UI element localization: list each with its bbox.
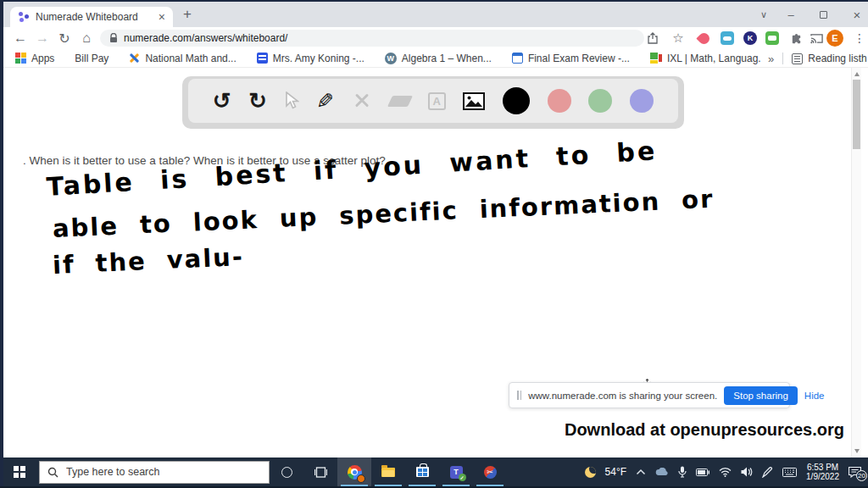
extension-icon-pink[interactable] xyxy=(696,30,711,46)
touch-keyboard-icon[interactable] xyxy=(782,468,797,477)
eraser-tool-button[interactable] xyxy=(390,96,410,107)
extension-icon-k[interactable]: K xyxy=(743,31,757,45)
ixl-favicon xyxy=(650,53,662,64)
lock-icon xyxy=(109,33,118,43)
bookmark-national-math[interactable]: National Math and... xyxy=(129,53,236,64)
reload-button[interactable]: ↻ xyxy=(54,27,75,49)
bookmark-bill-pay[interactable]: Bill Pay xyxy=(75,53,108,64)
battery-icon[interactable] xyxy=(696,469,709,476)
vertical-scrollbar[interactable] xyxy=(851,68,861,458)
window-restore-button[interactable] xyxy=(810,2,836,27)
bookmark-algebra[interactable]: W Algebra 1 – When... xyxy=(385,53,492,64)
forward-button[interactable]: → xyxy=(32,27,53,49)
back-button[interactable]: ← xyxy=(10,27,31,49)
extension-icon-robot[interactable] xyxy=(765,31,779,45)
clock-date: 1/9/2022 xyxy=(806,472,839,482)
final-exam-favicon xyxy=(512,53,523,64)
image-icon xyxy=(465,95,482,107)
cortana-button[interactable] xyxy=(270,458,303,486)
pen-icon[interactable] xyxy=(762,467,773,478)
action-center-button[interactable]: 20 xyxy=(849,467,861,478)
taskbar-app-snip[interactable]: ✂ xyxy=(473,458,507,486)
bookmark-amy-koning[interactable]: Mrs. Amy Koning -... xyxy=(257,53,364,64)
color-swatch-green[interactable] xyxy=(588,89,612,113)
notification-count-badge: 20 xyxy=(856,470,867,481)
reading-list-button[interactable]: Reading list xyxy=(792,53,861,64)
start-button[interactable] xyxy=(0,458,39,486)
window-close-button[interactable]: × xyxy=(844,2,868,27)
bookmark-apps[interactable]: Apps xyxy=(15,53,54,64)
taskbar-app-teams[interactable]: T xyxy=(439,458,473,486)
hide-link[interactable]: Hide xyxy=(804,391,825,401)
koning-favicon xyxy=(257,53,268,64)
undo-button[interactable]: ↺ xyxy=(213,90,231,112)
extension-icon-cloud[interactable] xyxy=(721,31,734,45)
bookmark-star-icon[interactable]: ☆ xyxy=(668,27,688,49)
browser-menu-icon[interactable]: ⋮ xyxy=(849,27,868,49)
color-swatch-black[interactable] xyxy=(503,87,530,114)
color-swatch-purple[interactable] xyxy=(630,89,654,113)
hidden-icons-chevron[interactable] xyxy=(636,469,646,475)
download-footer-text: Download at openupresources.org xyxy=(565,420,844,440)
bookmark-final-exam[interactable]: Final Exam Review -... xyxy=(512,53,630,64)
screen: Numerade Whiteboard × + ∨ – × ← → ↻ ⌂ nu… xyxy=(0,0,868,488)
tab-search-chevron-icon[interactable]: ∨ xyxy=(751,2,776,27)
extensions-puzzle-icon[interactable] xyxy=(786,27,806,49)
volume-icon[interactable] xyxy=(741,467,753,477)
text-tool-button[interactable]: A xyxy=(428,92,446,110)
teams-icon: T xyxy=(450,466,463,479)
numerade-favicon xyxy=(18,11,30,23)
file-explorer-icon xyxy=(381,468,395,477)
address-bar[interactable]: numerade.com/answers/whiteboard/ xyxy=(100,30,644,47)
drag-handle-icon[interactable] xyxy=(517,391,521,400)
browser-navbar: ← → ↻ ⌂ numerade.com/answers/whiteboard/… xyxy=(3,27,868,49)
search-input[interactable] xyxy=(66,466,236,478)
new-tab-button[interactable]: + xyxy=(183,6,192,23)
scrollbar-up-arrow[interactable] xyxy=(854,72,860,76)
microphone-icon[interactable] xyxy=(678,466,687,478)
image-tool-button[interactable] xyxy=(463,92,485,110)
taskbar-search-box[interactable] xyxy=(39,461,270,484)
scrollbar-down-arrow[interactable] xyxy=(854,449,860,453)
wifi-icon[interactable] xyxy=(719,468,732,477)
browser-tab[interactable]: Numerade Whiteboard × xyxy=(10,7,173,27)
url-text: numerade.com/answers/whiteboard/ xyxy=(124,32,287,44)
eraser-icon xyxy=(387,96,413,107)
chrome-badge xyxy=(357,474,365,483)
shapes-tool-button[interactable] xyxy=(352,91,372,111)
bookmarks-bar: Apps Bill Pay National Math and... Mrs. … xyxy=(3,49,868,68)
redo-button[interactable]: ↻ xyxy=(248,90,267,112)
temperature-text[interactable]: 54°F xyxy=(605,466,626,478)
color-swatch-red[interactable] xyxy=(548,89,571,113)
bookmark-ixl[interactable]: IXL | Math, Languag... xyxy=(650,53,766,64)
taskbar-app-file-explorer[interactable] xyxy=(371,458,405,486)
snip-icon: ✂ xyxy=(484,466,497,479)
tab-close-icon[interactable]: × xyxy=(159,10,165,24)
windows-taskbar: T ✂ 54°F xyxy=(0,458,868,486)
taskbar-app-chrome[interactable] xyxy=(337,458,371,486)
search-icon xyxy=(47,467,58,478)
handwritten-line-3: if the valu- xyxy=(52,242,244,280)
windows-logo-icon xyxy=(14,466,25,478)
weather-moon-icon[interactable] xyxy=(585,467,596,478)
home-button[interactable]: ⌂ xyxy=(76,27,97,49)
microsoft-store-icon xyxy=(416,467,429,477)
window-minimize-button[interactable]: – xyxy=(778,2,804,27)
onedrive-cloud-icon[interactable] xyxy=(655,468,669,476)
profile-avatar[interactable]: E xyxy=(826,30,843,47)
share-icon[interactable] xyxy=(643,27,663,49)
scrollbar-thumb[interactable] xyxy=(853,80,860,149)
taskbar-app-store[interactable] xyxy=(405,458,439,486)
stop-sharing-button[interactable]: Stop sharing xyxy=(724,386,798,405)
pencil-tool-button[interactable]: ✎ xyxy=(316,89,334,114)
system-tray: 54°F xyxy=(585,463,868,482)
taskbar-clock[interactable]: 6:53 PM 1/9/2022 xyxy=(806,463,839,482)
apps-grid-icon xyxy=(15,53,26,64)
clock-time: 6:53 PM xyxy=(806,463,839,473)
task-view-button[interactable] xyxy=(303,458,337,486)
cast-icon[interactable] xyxy=(806,27,826,49)
browser-tab-strip: Numerade Whiteboard × + ∨ – × xyxy=(3,2,868,27)
bookmarks-overflow-icon[interactable]: » xyxy=(768,53,774,65)
reading-list-icon xyxy=(792,53,803,64)
pointer-tool-button[interactable] xyxy=(285,92,299,110)
